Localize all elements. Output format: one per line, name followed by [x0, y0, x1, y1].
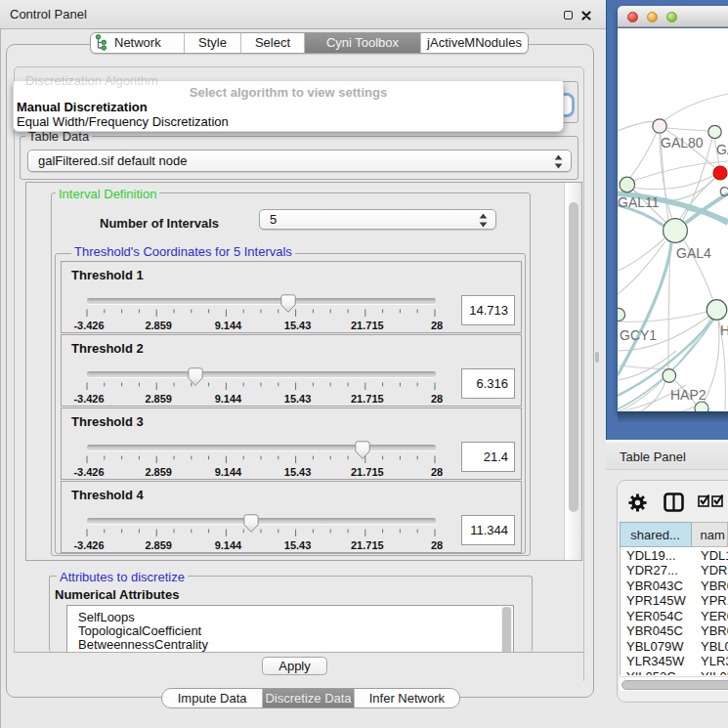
- svg-text:GAL4: GAL4: [676, 245, 711, 261]
- svg-text:GAL11: GAL11: [618, 194, 660, 210]
- svg-text:HI: HI: [720, 322, 728, 338]
- svg-text:CY: CY: [719, 184, 728, 199]
- svg-text:GCY1: GCY1: [620, 327, 657, 343]
- svg-text:GAL80: GAL80: [661, 135, 704, 150]
- svg-text:HAP2: HAP2: [670, 387, 707, 403]
- svg-text:GA: GA: [716, 142, 728, 157]
